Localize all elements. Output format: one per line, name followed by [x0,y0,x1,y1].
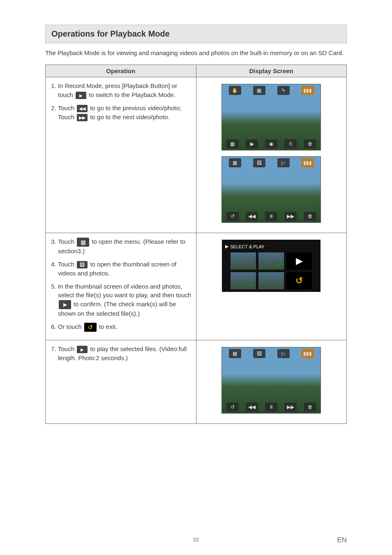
next-icon: ▶▶ [284,402,297,412]
play-icon: ▶ [246,139,258,148]
prev-icon: ◀◀ [246,402,258,412]
section-header: Operations for Playback Mode [45,25,347,43]
camera-icon: ◉ [265,139,277,148]
screen-btn: ✎ [277,86,290,95]
menu-icon [77,238,89,247]
play-icon [76,92,86,99]
confirm-play-icon [59,300,71,309]
display-screen-record: ✋ ▦ ✎ ▮▮▮ ▦ ▶ ◉ ⎘ 🗑 [221,84,321,150]
select-play-title: SELECT & PLAY [230,244,264,249]
thumbs-icon: 🖼 [253,349,265,358]
thumbnail-cell [231,252,256,270]
step-7: Touch to play the selected files. (Video… [58,345,192,363]
light-icon: ⎘ [284,139,297,148]
table-row: Touch to play the selected files. (Video… [46,340,347,423]
back-icon [84,323,97,332]
table-row: Touch to open the menu. (Please refer to… [46,233,347,340]
next-icon [77,114,88,121]
slideshow-icon: ▷ [277,349,290,358]
screen-btn: ✋ [229,86,241,95]
thumbs-icon: 🖼 [253,158,265,167]
thumbs-icon [77,261,88,268]
step-6: Or touch to exit. [58,322,192,332]
pause-icon: ⏸ [265,212,277,221]
trash-icon: 🗑 [304,139,316,148]
intro-text: The Playback Mode is for viewing and man… [45,49,347,57]
text: Touch [58,345,76,352]
select-play-screen: ▶ SELECT & PLAY ▶ ↺ [222,240,321,292]
thumbnail-cell-checked [258,252,284,270]
slideshow-icon: ▷ [277,158,290,167]
text: to exit. [99,323,117,330]
step-1: In Record Mode, press [Playback Button] … [58,81,192,99]
text: to go to the next video/photo. [90,113,169,120]
play-button-cell: ▶ [286,252,312,270]
thumbnail-cell [258,272,284,289]
back-button-cell: ↺ [286,272,312,289]
battery-icon: ▮▮▮ [302,349,314,358]
menu-icon: ▦ [226,139,239,148]
thumbnail-cell-checked [231,272,256,289]
flag-icon: ▶ [225,244,228,249]
pause-icon: ⏸ [265,402,277,412]
next-icon: ▶▶ [284,212,297,221]
prev-icon [77,105,88,112]
language-label: EN [337,536,347,544]
text: Touch [58,261,76,268]
text: to switch to the Playback Mode. [89,91,175,98]
step-2: Touch to go to the previous video/photo;… [58,104,192,122]
step-4: Touch to open the thumbnail screen of vi… [58,260,192,278]
step-3: Touch to open the menu. (Please refer to… [58,237,192,256]
operations-table: Operation Display Screen In Record Mode,… [45,65,347,424]
menu-icon: ▦ [229,158,241,167]
table-row: In Record Mode, press [Playback Button] … [46,77,347,233]
text: Or touch [58,323,83,330]
menu-icon: ▦ [229,349,241,358]
step-5: In the thumbnail screen of videos and ph… [58,282,192,318]
back-icon: ↺ [226,402,239,412]
section-title: Operations for Playback Mode [51,29,341,39]
screen-btn: ▦ [253,86,265,95]
page-number: 32 [0,536,392,543]
text: to confirm. (The check mark(s) will be s… [58,301,176,317]
col-header-display: Display Screen [196,65,347,77]
back-icon: ↺ [226,212,239,221]
trash-icon: 🗑 [304,212,316,221]
battery-icon: ▮▮▮ [302,158,314,167]
col-header-operation: Operation [46,65,196,77]
display-screen-playing: ▦ 🖼 ▷ ▮▮▮ ↺ ◀◀ ⏸ ▶▶ 🗑 [221,347,321,414]
text: Touch [58,104,76,111]
text: In the thumbnail screen of videos and ph… [58,283,191,299]
display-screen-playback: ▦ 🖼 ▷ ▮▮▮ ↺ ◀◀ ⏸ ▶▶ 🗑 [221,156,321,223]
text: Touch [58,238,76,245]
battery-icon: ▮▮▮ [302,86,314,95]
play-icon [77,346,88,353]
prev-icon: ◀◀ [246,212,258,221]
trash-icon: 🗑 [304,402,316,412]
